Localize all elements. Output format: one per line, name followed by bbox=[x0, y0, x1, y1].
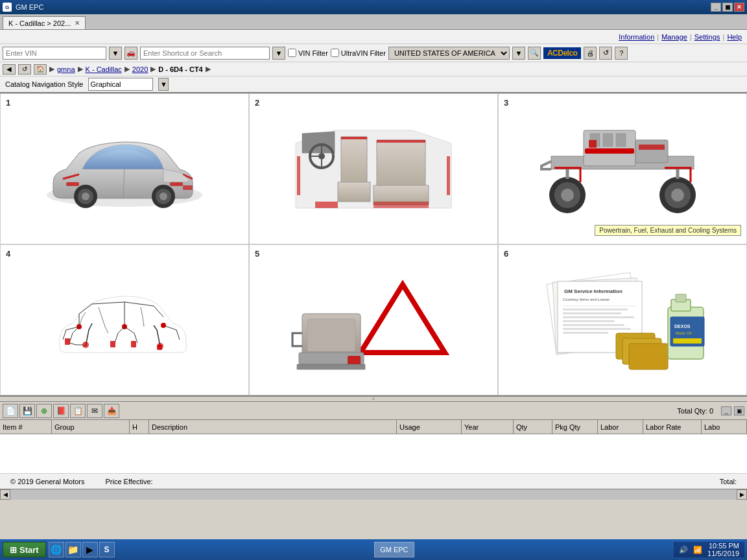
svg-point-38 bbox=[161, 323, 166, 328]
new-button[interactable]: 📄 bbox=[3, 404, 18, 418]
refresh-button[interactable]: ↺ bbox=[18, 64, 31, 75]
nav-style-input[interactable] bbox=[88, 78, 153, 91]
vin-filter-checkbox[interactable] bbox=[288, 49, 296, 57]
panel-maximize-button[interactable]: ▣ bbox=[734, 406, 744, 415]
vin-input[interactable] bbox=[3, 47, 106, 60]
start-button[interactable]: ⊞ Start bbox=[3, 542, 46, 557]
svg-rect-48 bbox=[307, 319, 355, 351]
svg-rect-9 bbox=[170, 182, 183, 186]
svg-rect-27 bbox=[639, 145, 665, 150]
taskbar-gmepc-button[interactable]: GM EPC bbox=[374, 542, 414, 557]
th-usage: Usage bbox=[397, 420, 462, 434]
email-button[interactable]: ✉ bbox=[87, 404, 102, 418]
cell-number-3: 3 bbox=[504, 98, 508, 108]
th-group: Group bbox=[52, 420, 130, 434]
minimize-button[interactable]: _ bbox=[711, 3, 721, 12]
quick-app-icon[interactable]: S bbox=[99, 542, 115, 557]
ultravin-filter-label: UltraVIN Filter bbox=[331, 49, 386, 57]
catalog-cell-6[interactable]: 6 GM Service Information Courtesy Items … bbox=[498, 244, 747, 395]
print-icon-button[interactable]: 🖨 bbox=[584, 47, 597, 60]
help-icon-button[interactable]: ? bbox=[615, 47, 628, 60]
menu-manage[interactable]: Manage bbox=[661, 33, 687, 41]
svg-rect-62 bbox=[563, 324, 624, 326]
vin-dropdown-button[interactable]: ▼ bbox=[109, 47, 122, 60]
title-bar: G GM EPC _ ▣ ✕ bbox=[0, 0, 747, 14]
breadcrumb-year[interactable]: 2020 bbox=[132, 65, 148, 73]
panel-minimize-button[interactable]: _ bbox=[721, 406, 731, 415]
cell-number-6: 6 bbox=[504, 249, 508, 259]
country-select[interactable]: UNITED STATES OF AMERICA bbox=[388, 47, 510, 60]
cell-image-4 bbox=[6, 250, 243, 390]
th-labo2: Labo bbox=[702, 420, 747, 434]
tab-close-button[interactable]: ✕ bbox=[75, 19, 80, 27]
resize-handle[interactable]: ≡ bbox=[0, 397, 747, 402]
bottom-panel: 📄 💾 ⊕ 📕 📋 ✉ 📤 Total Qty: 0 _ ▣ Item # Gr… bbox=[0, 402, 747, 489]
active-tab[interactable]: K - Cadillac > 202... ✕ bbox=[3, 16, 86, 29]
sys-date: 11/5/2019 bbox=[707, 550, 739, 557]
th-pkgqty: Pkg Qty bbox=[552, 420, 598, 434]
save-button[interactable]: 💾 bbox=[19, 404, 35, 418]
close-button[interactable]: ✕ bbox=[734, 3, 744, 12]
search-icon-button[interactable]: 🔍 bbox=[528, 47, 541, 60]
svg-rect-51 bbox=[297, 364, 365, 369]
nav-style-bar: Catalog Navigation Style ▼ bbox=[0, 76, 747, 93]
scroll-right-button[interactable]: ▶ bbox=[737, 489, 747, 500]
quick-folder-icon[interactable]: 📁 bbox=[65, 542, 81, 557]
breadcrumb-current: D - 6D4 - CT4 bbox=[158, 65, 202, 73]
breadcrumb-cadillac[interactable]: K - Cadillac bbox=[86, 65, 122, 73]
search-input[interactable] bbox=[140, 47, 270, 60]
svg-rect-64 bbox=[563, 332, 608, 334]
svg-rect-17 bbox=[297, 156, 300, 195]
home-button[interactable]: 🏠 bbox=[34, 64, 47, 75]
search-dropdown-button[interactable]: ▼ bbox=[272, 47, 285, 60]
copy-button[interactable]: 📋 bbox=[70, 404, 86, 418]
tray-icon-2: 📶 bbox=[693, 546, 702, 554]
nav-style-dropdown-button[interactable]: ▼ bbox=[158, 78, 169, 91]
export-button[interactable]: 📤 bbox=[104, 404, 119, 418]
menu-settings[interactable]: Settings bbox=[694, 33, 720, 41]
catalog-cell-1[interactable]: 1 bbox=[0, 93, 249, 244]
menu-help[interactable]: Help bbox=[727, 33, 742, 41]
svg-rect-22 bbox=[603, 134, 613, 146]
price-effective: Price Effective: bbox=[106, 478, 153, 485]
restore-button[interactable]: ▣ bbox=[722, 3, 733, 12]
breadcrumb: ◀ ↺ 🏠 ▶ gmna ▶ K - Cadillac ▶ 2020 ▶ D -… bbox=[0, 62, 747, 76]
catalog-cell-3[interactable]: 3 bbox=[498, 93, 747, 244]
app-icon: G bbox=[3, 3, 12, 12]
catalog-cell-4[interactable]: 4 bbox=[0, 244, 249, 395]
scroll-left-button[interactable]: ◀ bbox=[0, 489, 10, 500]
add-button[interactable]: ⊕ bbox=[36, 404, 52, 418]
svg-rect-18 bbox=[447, 156, 450, 195]
svg-point-33 bbox=[671, 189, 684, 202]
scroll-track[interactable] bbox=[10, 489, 737, 500]
sync-icon-button[interactable]: ↺ bbox=[599, 47, 612, 60]
svg-rect-58 bbox=[563, 309, 628, 310]
catalog-cell-2[interactable]: 2 bbox=[249, 93, 498, 244]
quick-media-icon[interactable]: ▶ bbox=[82, 542, 98, 557]
horizontal-scrollbar[interactable]: ◀ ▶ bbox=[0, 489, 747, 499]
pdf-button[interactable]: 📕 bbox=[53, 404, 69, 418]
cell-image-3 bbox=[504, 99, 741, 239]
cell-image-1 bbox=[6, 99, 243, 239]
breadcrumb-gmna[interactable]: gmna bbox=[57, 65, 75, 73]
menu-bar: Information | Manage | Settings | Help bbox=[0, 30, 747, 44]
svg-rect-50 bbox=[348, 356, 361, 365]
back-button[interactable]: ◀ bbox=[3, 64, 16, 75]
menu-information[interactable]: Information bbox=[619, 33, 654, 41]
svg-text:GM Service Information: GM Service Information bbox=[564, 288, 622, 294]
svg-rect-10 bbox=[341, 137, 367, 139]
svg-point-7 bbox=[160, 192, 167, 200]
title-text: GM EPC bbox=[16, 3, 43, 11]
catalog-cell-5[interactable]: 5 bbox=[249, 244, 498, 395]
vehicle-icon-button[interactable]: 🚗 bbox=[124, 47, 137, 60]
country-dropdown-button[interactable]: ▼ bbox=[512, 47, 525, 60]
svg-rect-67 bbox=[629, 344, 668, 369]
ultravin-filter-checkbox[interactable] bbox=[331, 49, 339, 57]
cell-number-2: 2 bbox=[255, 98, 259, 108]
svg-rect-11 bbox=[377, 140, 425, 143]
catalog-grid: 1 bbox=[0, 93, 747, 397]
quick-ie-icon[interactable]: 🌐 bbox=[49, 542, 64, 557]
cell-number-4: 4 bbox=[6, 249, 10, 259]
th-desc: Description bbox=[149, 420, 397, 434]
svg-text:DEXOS: DEXOS bbox=[674, 324, 691, 329]
